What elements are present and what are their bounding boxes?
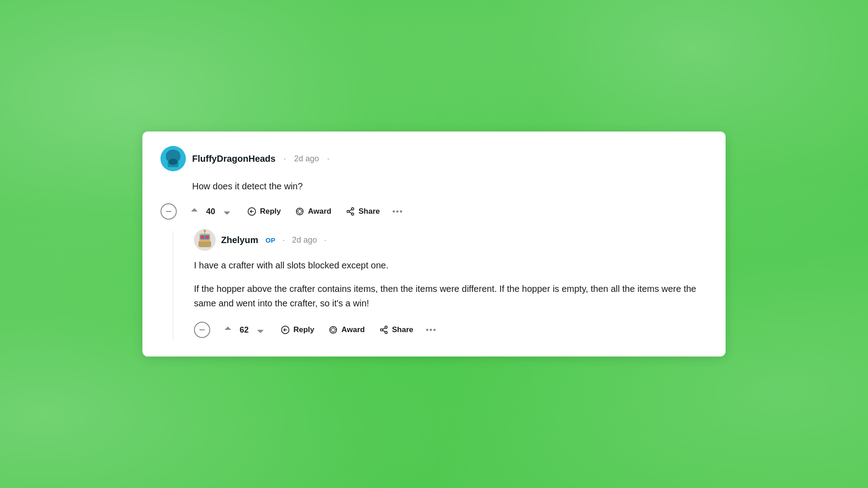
reply-vote-group: 62	[216, 319, 273, 340]
award-icon	[295, 207, 304, 216]
minus-icon	[165, 208, 172, 215]
nested-reply-button[interactable]: Reply	[274, 322, 321, 338]
svg-point-33	[430, 329, 432, 331]
share-icon	[346, 207, 355, 216]
svg-point-13	[351, 213, 354, 215]
upvote-button[interactable]	[187, 204, 202, 219]
reply-dot-1: ·	[283, 235, 285, 245]
vote-count: 40	[204, 207, 217, 216]
reply-icon	[247, 207, 256, 216]
avatar-svg	[160, 146, 186, 171]
nested-more-icon	[426, 328, 436, 331]
dot-separator-2: ·	[327, 154, 330, 164]
nested-more-button[interactable]	[421, 326, 440, 334]
avatar-image	[160, 146, 186, 171]
reply-text-p2: If the hopper above the crafter contains…	[194, 282, 708, 310]
svg-point-24	[204, 230, 206, 232]
thread-line	[173, 231, 174, 340]
top-comment-username[interactable]: FluffyDragonHeads	[192, 154, 275, 164]
nested-reply-icon	[281, 325, 290, 334]
nested-award-icon	[329, 325, 338, 334]
reply-header: Zhelyum OP · 2d ago ·	[194, 229, 708, 251]
reply-downvote-button[interactable]	[253, 322, 268, 338]
svg-point-10	[298, 210, 302, 213]
comment-card: FluffyDragonHeads · 2d ago · How does it…	[142, 131, 726, 357]
nested-reply: Zhelyum OP · 2d ago · I have a crafter w…	[194, 229, 708, 340]
svg-point-4	[170, 155, 172, 156]
svg-rect-21	[201, 236, 204, 239]
reply-button[interactable]: Reply	[241, 203, 287, 220]
dot-separator-1: ·	[283, 154, 286, 164]
reply-vote-count: 62	[237, 325, 251, 335]
svg-point-3	[174, 153, 177, 157]
top-comment-text: How does it detect the win?	[192, 179, 708, 193]
svg-point-5	[175, 155, 176, 156]
svg-point-16	[400, 211, 402, 213]
svg-point-2	[169, 153, 173, 157]
svg-point-1	[167, 150, 179, 162]
op-badge: OP	[265, 236, 275, 244]
reply-dot-2: ·	[324, 235, 326, 245]
svg-point-11	[351, 208, 354, 210]
thread-container: Zhelyum OP · 2d ago · I have a crafter w…	[160, 229, 708, 340]
reply-upvote-icon	[223, 325, 233, 335]
downvote-icon	[222, 206, 232, 216]
reply-avatar	[194, 229, 216, 251]
top-comment: FluffyDragonHeads · 2d ago · How does it…	[160, 146, 708, 340]
more-button[interactable]	[388, 207, 407, 216]
reply-minus-icon	[198, 326, 206, 333]
svg-point-32	[426, 329, 429, 331]
thread-line-area	[160, 229, 186, 340]
svg-point-29	[385, 326, 387, 328]
vote-group: 40	[182, 201, 239, 222]
svg-point-34	[434, 329, 436, 331]
svg-point-31	[385, 331, 387, 333]
svg-point-14	[393, 211, 395, 213]
reply-username[interactable]: Zhelyum	[221, 235, 258, 245]
nested-share-icon	[379, 325, 388, 334]
share-button[interactable]: Share	[340, 203, 386, 220]
award-button[interactable]: Award	[289, 203, 338, 220]
reply-upvote-button[interactable]	[220, 322, 236, 338]
upvote-icon	[189, 206, 199, 216]
nested-share-button[interactable]: Share	[373, 322, 420, 338]
reply-timestamp: 2d ago	[292, 235, 317, 245]
reply-text-container: I have a crafter with all slots blocked …	[194, 258, 708, 310]
reply-action-bar: 62 Reply	[194, 319, 708, 340]
downvote-button[interactable]	[219, 204, 235, 219]
svg-rect-22	[206, 236, 209, 239]
collapse-button[interactable]	[160, 203, 177, 220]
top-comment-timestamp: 2d ago	[294, 154, 319, 164]
svg-rect-6	[168, 161, 179, 167]
reply-avatar-svg	[194, 229, 216, 251]
svg-point-15	[396, 211, 399, 213]
svg-point-28	[331, 328, 335, 332]
svg-point-12	[347, 211, 349, 213]
reply-text-p1: I have a crafter with all slots blocked …	[194, 258, 708, 272]
reply-collapse-button[interactable]	[194, 322, 210, 338]
more-icon	[392, 210, 402, 213]
svg-point-30	[380, 329, 382, 331]
svg-point-0	[160, 146, 186, 171]
reply-downvote-icon	[255, 325, 265, 335]
avatar	[160, 146, 186, 171]
nested-award-button[interactable]: Award	[322, 322, 371, 338]
svg-rect-18	[198, 241, 211, 247]
top-comment-action-bar: 40 Reply	[160, 201, 708, 222]
top-comment-header: FluffyDragonHeads · 2d ago ·	[160, 146, 708, 171]
top-comment-body: How does it detect the win?	[192, 179, 708, 193]
